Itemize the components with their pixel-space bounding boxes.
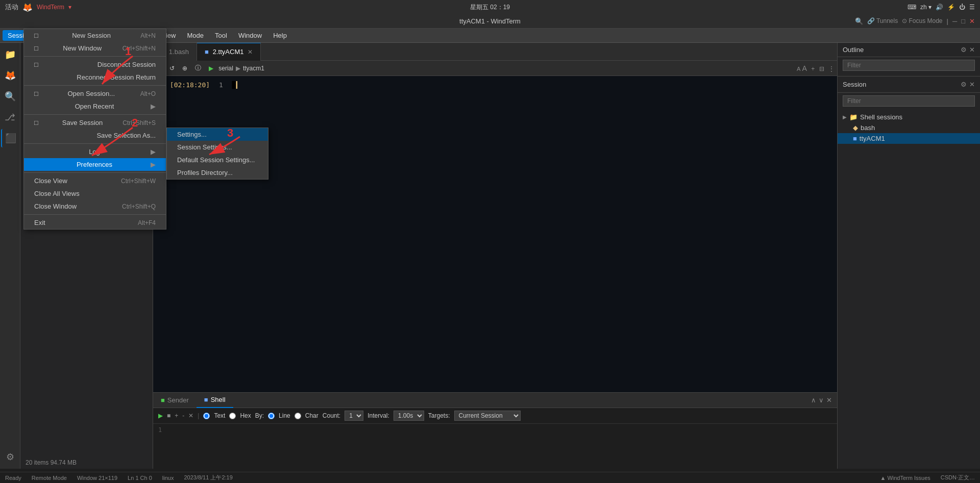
system-bar: 活动 🦊 WindTerm ▾ 星期五 02：19 ⌨ zh ▾ 🔊 ⚡ ⏻ ☰ <box>0 0 980 14</box>
session-close-icon[interactable]: ✕ <box>969 81 975 88</box>
tab-sender[interactable]: ■ Sender <box>153 393 197 408</box>
session-settings-icon[interactable]: ⚙ <box>961 81 967 88</box>
panel-collapse-icon[interactable]: ∧ <box>811 396 816 404</box>
toolbar-split-icon[interactable]: ⊟ <box>819 65 824 72</box>
line-num-display: 1 <box>219 81 223 89</box>
submenu-session-settings[interactable]: Session Settings... <box>167 141 268 154</box>
line-label: Line <box>279 412 290 419</box>
interval-select[interactable]: 1.00s <box>394 411 424 421</box>
hex-radio[interactable] <box>229 413 236 419</box>
menu-icon[interactable]: ☰ <box>969 4 975 11</box>
activity-search-icon[interactable]: 🔍 <box>1 87 19 106</box>
app-name[interactable]: WindTerm <box>37 4 64 11</box>
activity-git-icon[interactable]: ⎇ <box>1 108 19 126</box>
text-radio[interactable] <box>203 413 210 419</box>
char-radio[interactable] <box>295 413 301 419</box>
activity-terminal-icon[interactable]: ⬛ <box>1 129 19 147</box>
close-button[interactable]: ✕ <box>969 17 975 25</box>
editor-content: 1 [02:18:20] 1 █ <box>153 76 837 392</box>
minimize-button[interactable]: ─ <box>952 17 957 25</box>
position-label: Ln 1 Ch 0 <box>128 475 152 481</box>
session-panel-header: Session ⚙ ✕ <box>838 77 980 93</box>
menu-new-window[interactable]: □ New Window Ctrl+Shift+N <box>24 42 166 55</box>
issues-label[interactable]: ▲ WindTerm Issues <box>880 475 930 481</box>
menu-log[interactable]: Log ▶ <box>24 145 166 158</box>
folder-sessions-icon: 📁 <box>849 113 857 121</box>
menu-save-session[interactable]: □ Save Session Ctrl+Shift+S <box>24 116 166 129</box>
menu-new-session[interactable]: □ New Session Alt+N <box>24 29 166 42</box>
hex-label: Hex <box>240 412 251 419</box>
power-icon[interactable]: ⏻ <box>959 4 965 11</box>
menu-tool[interactable]: Tool <box>210 30 232 41</box>
toolbar-add-icon[interactable]: ⊕ <box>180 64 190 73</box>
bash-session-icon: ◆ <box>853 124 858 132</box>
menu-open-recent[interactable]: Open Recent ▶ <box>24 100 166 113</box>
outline-settings-icon[interactable]: ⚙ <box>961 46 967 54</box>
close-button-bottom[interactable]: ✕ <box>188 412 193 419</box>
tab-close-icon[interactable]: ✕ <box>248 48 253 56</box>
by-label: By: <box>255 412 264 419</box>
toolbar-info-icon[interactable]: ⓘ <box>192 63 204 73</box>
menu-help[interactable]: Help <box>268 30 292 41</box>
toolbar-more-icon[interactable]: ⋮ <box>828 65 835 72</box>
ttyacm1-tab-icon: ■ <box>205 48 209 56</box>
menu-exit[interactable]: Exit Alt+F4 <box>24 216 166 229</box>
menu-save-selection[interactable]: Save Selection As... <box>24 129 166 142</box>
activity-bar: 📁 🦊 🔍 ⎇ ⬛ ⚙ <box>0 43 20 469</box>
tab-shell[interactable]: ■ Shell <box>197 393 233 408</box>
ready-label: Ready <box>5 475 21 481</box>
activity-settings-icon[interactable]: ⚙ <box>1 448 19 466</box>
menu-reconnect[interactable]: Reconnect Session Return <box>24 71 166 84</box>
input-method[interactable]: zh ▾ <box>920 4 932 11</box>
menu-window[interactable]: Window <box>233 30 267 41</box>
submenu-settings[interactable]: Settings... <box>167 128 268 141</box>
tab-ttyacm1[interactable]: ■ 2.ttyACM1 ✕ <box>197 43 261 61</box>
session-bash[interactable]: ◆ bash <box>838 122 980 133</box>
menu-close-window[interactable]: Close Window Ctrl+Shift+Q <box>24 200 166 213</box>
panel-close-icon[interactable]: ✕ <box>826 396 832 404</box>
panel-expand-icon[interactable]: ∨ <box>819 396 824 404</box>
app-icon: 🦊 <box>22 3 33 12</box>
stop-button[interactable]: ■ <box>167 412 170 419</box>
menu-disconnect[interactable]: □ Disconnect Session <box>24 58 166 71</box>
battery-icon: ⚡ <box>947 4 955 11</box>
interval-label: Interval: <box>368 412 389 419</box>
activity-files-icon[interactable]: 📁 <box>1 45 19 64</box>
line-radio[interactable] <box>268 413 275 419</box>
maximize-button[interactable]: □ <box>961 17 965 25</box>
menu-preferences[interactable]: Preferences ▶ <box>24 158 166 171</box>
activity-firefox-icon[interactable]: 🦊 <box>1 66 19 85</box>
session-filter-input[interactable] <box>843 95 975 107</box>
search-icon-title[interactable]: 🔍 <box>855 17 863 25</box>
targets-select[interactable]: Current Session <box>454 411 521 421</box>
new-session-icon: □ <box>34 32 38 39</box>
toolbar-device-label: ttyacm1 <box>243 65 264 72</box>
focus-mode-label[interactable]: ⊙ Focus Mode <box>902 17 942 25</box>
menu-open-session[interactable]: □ Open Session... Alt+O <box>24 87 166 100</box>
add-button[interactable]: + <box>175 412 178 419</box>
open-icon: □ <box>34 90 38 97</box>
play-button[interactable]: ▶ <box>158 412 163 419</box>
menu-mode[interactable]: Mode <box>182 30 209 41</box>
menu-close-view[interactable]: Close View Ctrl+Shift+W <box>24 174 166 187</box>
toolbar-plus-icon[interactable]: + <box>811 65 815 72</box>
csdn-label[interactable]: CSDN·正文… <box>941 474 975 481</box>
submenu-profiles-directory[interactable]: Profiles Directory... <box>167 166 268 179</box>
status-bar: Ready Remote Mode Window 21×119 Ln 1 Ch … <box>0 472 980 483</box>
remove-button[interactable]: - <box>182 412 184 419</box>
toolbar-play-icon[interactable]: ▶ <box>206 64 216 73</box>
tunnels-label[interactable]: 🔗 Tunnels <box>867 17 898 25</box>
activities-label[interactable]: 活动 <box>5 3 18 12</box>
session-ttyacm1[interactable]: ■ ttyACM1 <box>838 133 980 144</box>
submenu-default-session-settings[interactable]: Default Session Settings... <box>167 154 268 166</box>
status-text: 20 items 94.74 MB <box>20 456 153 469</box>
window-controls: 🔍 🔗 Tunnels ⊙ Focus Mode | ─ □ ✕ <box>855 17 975 25</box>
outline-filter-input[interactable] <box>843 60 975 71</box>
menu-close-all-views[interactable]: Close All Views <box>24 187 166 200</box>
toolbar-refresh-icon[interactable]: ↺ <box>167 64 177 73</box>
chevron-right-icon: ▶ <box>843 114 847 120</box>
outline-close-icon[interactable]: ✕ <box>969 46 975 54</box>
shell-sessions-group[interactable]: ▶ 📁 Shell sessions <box>838 112 980 122</box>
count-select[interactable]: 1 <box>345 411 363 421</box>
toolbar-right-controls: A A + ⊟ ⋮ <box>797 64 835 72</box>
